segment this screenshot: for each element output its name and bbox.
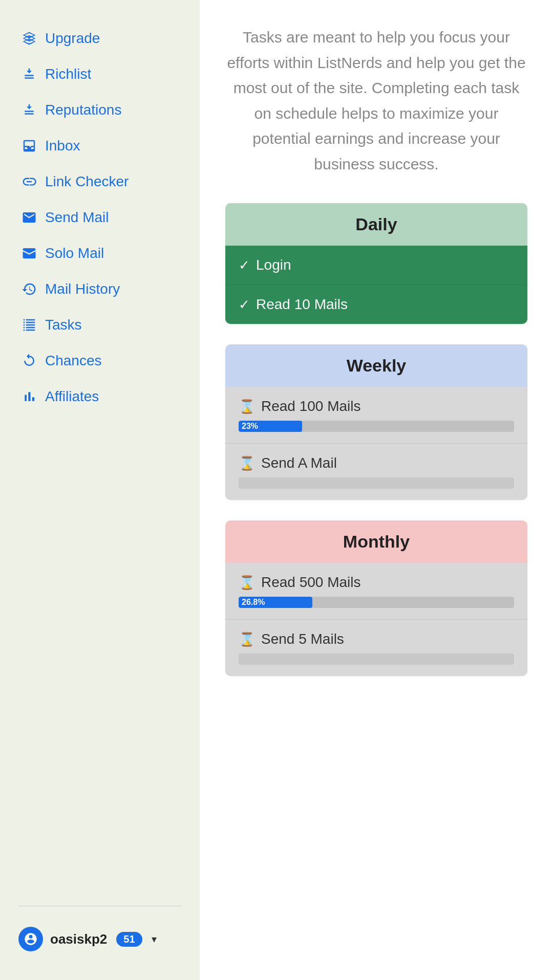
- task-item-read500-row: ⌛ Read 500 Mails: [239, 574, 514, 591]
- task-item-read10-row: ✓ Read 10 Mails: [239, 296, 514, 313]
- hourglass-icon-2: ⌛: [239, 455, 255, 471]
- sidebar-item-link-checker[interactable]: Link Checker: [0, 164, 200, 200]
- arrow-down-ranked-icon: [20, 66, 38, 83]
- progress-bar-send-mail-bg: [239, 477, 514, 489]
- daily-header: Daily: [225, 203, 527, 246]
- task-item-login: ✓ Login: [225, 246, 527, 285]
- weekly-task-card: Weekly ⌛ Read 100 Mails 23% ⌛ Send A Mai…: [225, 344, 527, 500]
- link-icon: [20, 173, 38, 190]
- avatar: [18, 927, 43, 951]
- progress-bar-read500-label: 26.8%: [242, 598, 265, 607]
- main-content: Tasks are meant to help you focus your e…: [200, 0, 553, 980]
- sidebar-item-chances-label: Chances: [45, 353, 102, 369]
- bar-chart-icon: [20, 388, 38, 405]
- task-item-send-mail-weekly-row: ⌛ Send A Mail: [239, 455, 514, 471]
- sidebar-item-chances[interactable]: Chances: [0, 343, 200, 379]
- sidebar-item-upgrade-label: Upgrade: [45, 30, 100, 47]
- sidebar-item-solo-mail[interactable]: Solo Mail: [0, 235, 200, 271]
- task-label-read100: Read 100 Mails: [261, 398, 361, 415]
- sidebar-item-reputations-label: Reputations: [45, 102, 121, 118]
- progress-bar-read100-label: 23%: [242, 422, 258, 431]
- weekly-header: Weekly: [225, 344, 527, 387]
- user-badge: 51: [116, 932, 142, 947]
- sidebar-item-tasks[interactable]: Tasks: [0, 307, 200, 343]
- task-label-read500: Read 500 Mails: [261, 574, 361, 591]
- check-icon: ✓: [239, 257, 250, 273]
- progress-bar-read100-fill: 23%: [239, 421, 302, 432]
- sidebar-divider: [18, 906, 181, 906]
- hourglass-icon: ⌛: [239, 399, 255, 415]
- arrow-down-icon: [20, 101, 38, 119]
- task-item-read10: ✓ Read 10 Mails: [225, 285, 527, 324]
- task-label-send5: Send 5 Mails: [261, 631, 344, 647]
- history-icon: [20, 280, 38, 298]
- layers-icon: [20, 30, 38, 47]
- task-item-read500: ⌛ Read 500 Mails 26.8%: [225, 563, 527, 619]
- task-label-send-mail-weekly: Send A Mail: [261, 455, 337, 471]
- sidebar-item-send-mail-label: Send Mail: [45, 209, 109, 226]
- task-item-send5-monthly: ⌛ Send 5 Mails: [225, 619, 527, 676]
- task-item-login-row: ✓ Login: [239, 257, 514, 273]
- inbox-icon: [20, 137, 38, 155]
- check-icon-2: ✓: [239, 297, 250, 313]
- monthly-task-card: Monthly ⌛ Read 500 Mails 26.8% ⌛ Send 5 …: [225, 520, 527, 676]
- task-item-read100: ⌛ Read 100 Mails 23%: [225, 387, 527, 443]
- sidebar-item-affiliates-label: Affiliates: [45, 388, 99, 405]
- sidebar: Upgrade Richlist Reputations: [0, 0, 200, 980]
- hourglass-icon-4: ⌛: [239, 631, 255, 647]
- sidebar-user: oasiskp2 51 ▾: [0, 919, 200, 960]
- sidebar-item-mail-history[interactable]: Mail History: [0, 271, 200, 307]
- sidebar-item-affiliates[interactable]: Affiliates: [0, 379, 200, 415]
- progress-bar-read100-bg: 23%: [239, 421, 514, 432]
- tasks-icon: [20, 316, 38, 334]
- task-label-read10: Read 10 Mails: [256, 296, 348, 313]
- sidebar-item-tasks-label: Tasks: [45, 317, 82, 333]
- hourglass-icon-3: ⌛: [239, 575, 255, 591]
- sidebar-item-send-mail[interactable]: Send Mail: [0, 200, 200, 235]
- mail-icon: [20, 209, 38, 226]
- chevron-down-icon[interactable]: ▾: [152, 933, 157, 945]
- sidebar-item-richlist-label: Richlist: [45, 66, 91, 82]
- progress-bar-send5-bg: [239, 654, 514, 665]
- user-name: oasiskp2: [50, 931, 107, 947]
- daily-task-card: Daily ✓ Login ✓ Read 10 Mails: [225, 203, 527, 324]
- task-item-send-mail-weekly: ⌛ Send A Mail: [225, 443, 527, 500]
- sidebar-item-upgrade[interactable]: Upgrade: [0, 20, 200, 56]
- sidebar-item-link-checker-label: Link Checker: [45, 173, 129, 190]
- mail-open-icon: [20, 245, 38, 262]
- sidebar-item-richlist[interactable]: Richlist: [0, 56, 200, 92]
- sidebar-item-solo-mail-label: Solo Mail: [45, 245, 104, 262]
- progress-bar-read500-fill: 26.8%: [239, 597, 312, 608]
- task-item-read100-row: ⌛ Read 100 Mails: [239, 398, 514, 415]
- intro-text: Tasks are meant to help you focus your e…: [225, 25, 527, 177]
- sidebar-item-inbox[interactable]: Inbox: [0, 128, 200, 164]
- progress-bar-read500-bg: 26.8%: [239, 597, 514, 608]
- sidebar-nav: Upgrade Richlist Reputations: [0, 15, 200, 894]
- monthly-header: Monthly: [225, 520, 527, 563]
- task-item-send5-row: ⌛ Send 5 Mails: [239, 631, 514, 647]
- refresh-icon: [20, 352, 38, 369]
- sidebar-item-inbox-label: Inbox: [45, 138, 80, 154]
- sidebar-item-reputations[interactable]: Reputations: [0, 92, 200, 128]
- sidebar-item-mail-history-label: Mail History: [45, 281, 120, 297]
- task-label-login: Login: [256, 257, 291, 273]
